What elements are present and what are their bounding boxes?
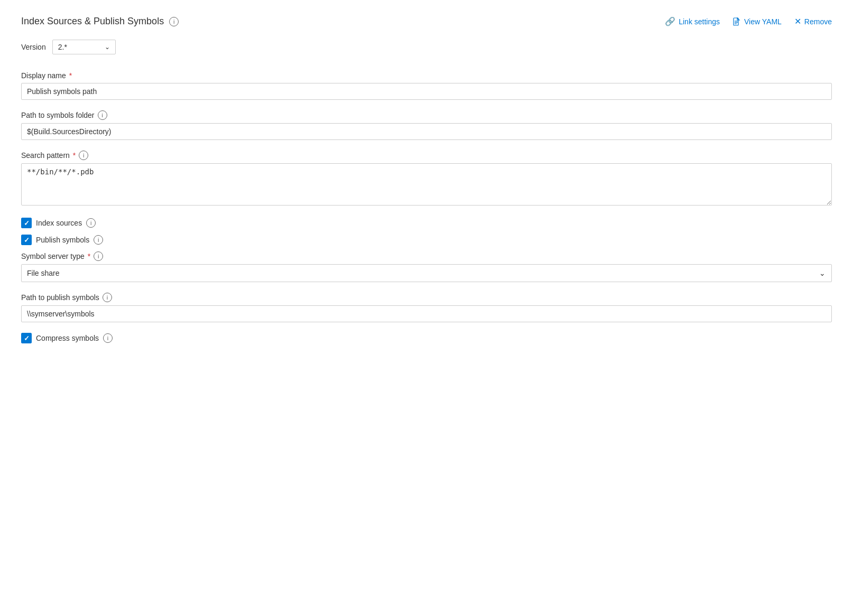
version-row: Version 2.* ⌄ bbox=[21, 40, 832, 54]
search-pattern-info-icon[interactable]: i bbox=[79, 151, 88, 160]
compress-symbols-row: ✓ Compress symbols i bbox=[21, 333, 832, 343]
search-pattern-required: * bbox=[73, 151, 76, 160]
path-to-symbols-folder-group: Path to symbols folder i bbox=[21, 110, 832, 140]
path-to-publish-symbols-group: Path to publish symbols i bbox=[21, 293, 832, 322]
compress-symbols-checkmark: ✓ bbox=[24, 335, 30, 342]
index-sources-checkmark: ✓ bbox=[24, 220, 30, 227]
page-header: Index Sources & Publish Symbols i 🔗 Link… bbox=[21, 16, 832, 27]
version-select[interactable]: 2.* ⌄ bbox=[52, 40, 116, 54]
display-name-label-row: Display name * bbox=[21, 71, 832, 80]
header-actions: 🔗 Link settings View YAML ✕ Remove bbox=[665, 16, 832, 26]
index-sources-info-icon[interactable]: i bbox=[86, 218, 96, 228]
version-label: Version bbox=[21, 43, 46, 51]
page-title: Index Sources & Publish Symbols bbox=[21, 16, 164, 27]
link-settings-button[interactable]: 🔗 Link settings bbox=[665, 16, 720, 26]
view-yaml-label: View YAML bbox=[744, 17, 782, 26]
symbol-server-type-info-icon[interactable]: i bbox=[94, 251, 103, 261]
publish-symbols-label: Publish symbols bbox=[36, 236, 89, 244]
path-to-publish-symbols-info-icon[interactable]: i bbox=[103, 293, 112, 302]
header-left: Index Sources & Publish Symbols i bbox=[21, 16, 179, 27]
index-sources-row: ✓ Index sources i bbox=[21, 218, 832, 228]
publish-symbols-checkbox[interactable]: ✓ bbox=[21, 235, 32, 245]
display-name-input[interactable] bbox=[21, 83, 832, 100]
symbol-server-type-group: Symbol server type * i File share Azure … bbox=[21, 251, 832, 282]
title-info-icon[interactable]: i bbox=[169, 17, 179, 26]
path-to-symbols-folder-input[interactable] bbox=[21, 123, 832, 140]
compress-symbols-label: Compress symbols bbox=[36, 334, 99, 342]
symbol-server-type-select-wrapper: File share Azure Artifacts symbol server… bbox=[21, 264, 832, 282]
path-to-symbols-folder-label-row: Path to symbols folder i bbox=[21, 110, 832, 120]
search-pattern-label-row: Search pattern * i bbox=[21, 151, 832, 160]
symbol-server-type-label: Symbol server type bbox=[21, 252, 85, 260]
remove-label: Remove bbox=[804, 17, 832, 26]
svg-rect-0 bbox=[734, 18, 738, 25]
publish-symbols-row: ✓ Publish symbols i bbox=[21, 235, 832, 245]
path-to-symbols-folder-info-icon[interactable]: i bbox=[98, 110, 107, 120]
remove-button[interactable]: ✕ Remove bbox=[794, 16, 832, 26]
symbol-server-type-select[interactable]: File share Azure Artifacts symbol server bbox=[21, 264, 832, 282]
link-settings-label: Link settings bbox=[679, 17, 720, 26]
index-sources-checkbox[interactable]: ✓ bbox=[21, 218, 32, 228]
symbol-server-type-required: * bbox=[88, 252, 90, 260]
version-chevron-icon: ⌄ bbox=[105, 43, 110, 51]
path-to-publish-symbols-label-row: Path to publish symbols i bbox=[21, 293, 832, 302]
version-value: 2.* bbox=[58, 43, 67, 51]
publish-symbols-info-icon[interactable]: i bbox=[94, 235, 103, 245]
yaml-icon bbox=[733, 17, 741, 26]
display-name-group: Display name * bbox=[21, 71, 832, 100]
path-to-publish-symbols-input[interactable] bbox=[21, 305, 832, 322]
symbol-server-type-label-row: Symbol server type * i bbox=[21, 251, 832, 261]
view-yaml-button[interactable]: View YAML bbox=[733, 17, 782, 26]
compress-symbols-info-icon[interactable]: i bbox=[103, 333, 113, 343]
path-to-publish-symbols-label: Path to publish symbols bbox=[21, 293, 99, 302]
index-sources-label: Index sources bbox=[36, 219, 82, 227]
search-pattern-textarea[interactable]: **/bin/**/<span class="pdb-underline">*.… bbox=[21, 163, 832, 206]
publish-symbols-checkmark: ✓ bbox=[24, 237, 30, 244]
search-pattern-label: Search pattern bbox=[21, 151, 70, 160]
search-pattern-group: Search pattern * i **/bin/**/<span class… bbox=[21, 151, 832, 207]
display-name-label: Display name bbox=[21, 71, 66, 80]
remove-icon: ✕ bbox=[794, 16, 801, 26]
link-icon: 🔗 bbox=[665, 16, 675, 26]
compress-symbols-checkbox[interactable]: ✓ bbox=[21, 333, 32, 343]
path-to-symbols-folder-label: Path to symbols folder bbox=[21, 111, 95, 119]
display-name-required: * bbox=[69, 71, 72, 80]
